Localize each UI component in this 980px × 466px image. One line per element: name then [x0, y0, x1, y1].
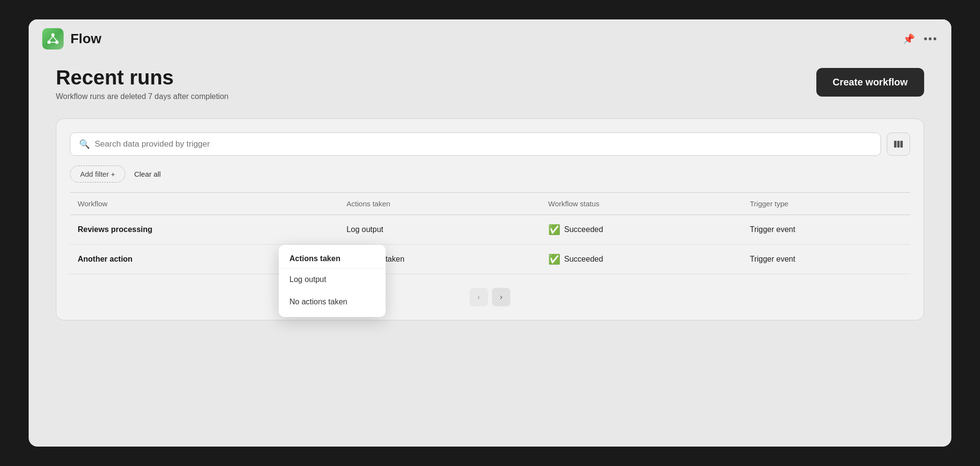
table-header-row: Workflow Actions taken Workflow status T…	[70, 193, 910, 215]
dropdown-item-no-actions[interactable]: No actions taken	[279, 291, 386, 313]
table-row: Reviews processing Log output ✅ Succeede…	[70, 215, 910, 245]
svg-line-4	[53, 36, 57, 41]
app-window: Flow 📌 ••• Recent runs Workflow runs are…	[29, 19, 951, 447]
app-title: Flow	[70, 31, 101, 47]
col-trigger-type: Trigger type	[742, 193, 910, 215]
add-filter-button[interactable]: Add filter +	[70, 166, 125, 183]
page-title-section: Recent runs Workflow runs are deleted 7 …	[56, 66, 228, 101]
success-icon-1: ✅	[548, 224, 560, 235]
svg-rect-6	[894, 141, 896, 148]
cell-trigger-2: Trigger event	[742, 245, 910, 274]
main-content: Recent runs Workflow runs are deleted 7 …	[29, 56, 951, 447]
svg-rect-7	[897, 141, 900, 148]
search-bar[interactable]: 🔍	[70, 133, 881, 156]
page-header: Recent runs Workflow runs are deleted 7 …	[56, 66, 924, 101]
cell-actions-1: Log output	[339, 215, 541, 245]
dropdown-item-log-output[interactable]: Log output	[279, 268, 386, 291]
filter-row: Add filter + Clear all	[70, 166, 910, 183]
svg-rect-8	[900, 141, 903, 148]
svg-point-0	[51, 33, 55, 37]
success-icon-2: ✅	[548, 253, 560, 265]
title-bar: Flow 📌 •••	[29, 19, 951, 56]
cell-status-1: ✅ Succeeded	[541, 215, 742, 245]
table-row: Another action No actions taken ✅ Succee…	[70, 245, 910, 274]
cell-workflow-1: Reviews processing	[70, 215, 339, 245]
next-page-button[interactable]: ›	[492, 288, 510, 306]
main-card: 🔍 Add filter + Clear all	[56, 118, 924, 320]
app-icon	[42, 28, 64, 50]
col-actions-taken: Actions taken	[339, 193, 541, 215]
pin-icon[interactable]: 📌	[903, 33, 915, 45]
title-bar-left: Flow	[42, 28, 101, 50]
more-icon[interactable]: •••	[924, 33, 938, 45]
search-icon: 🔍	[79, 139, 90, 150]
pagination: ‹ ›	[70, 288, 910, 306]
search-input[interactable]	[95, 139, 872, 149]
clear-all-button[interactable]: Clear all	[134, 170, 161, 178]
col-workflow-status: Workflow status	[541, 193, 742, 215]
cell-status-2: ✅ Succeeded	[541, 245, 742, 274]
actions-taken-dropdown: Actions taken Log output No actions take…	[279, 245, 386, 317]
svg-line-3	[49, 36, 53, 41]
col-workflow: Workflow	[70, 193, 339, 215]
page-title: Recent runs	[56, 66, 228, 89]
runs-table: Workflow Actions taken Workflow status T…	[70, 192, 910, 274]
title-bar-right: 📌 •••	[903, 33, 938, 45]
page-subtitle: Workflow runs are deleted 7 days after c…	[56, 92, 228, 101]
dropdown-header: Actions taken	[279, 249, 386, 268]
columns-button[interactable]	[887, 133, 910, 156]
prev-page-button[interactable]: ‹	[470, 288, 488, 306]
search-row: 🔍	[70, 133, 910, 156]
create-workflow-button[interactable]: Create workflow	[816, 68, 924, 97]
cell-trigger-1: Trigger event	[742, 215, 910, 245]
